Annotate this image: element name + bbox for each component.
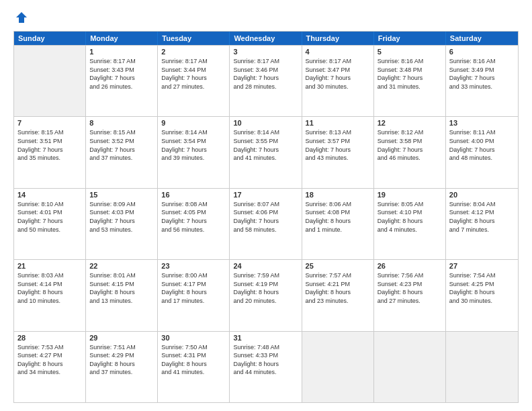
cell-info-line: Sunrise: 8:04 AM — [449, 200, 515, 209]
calendar-row-3: 14Sunrise: 8:10 AMSunset: 4:01 PMDayligh… — [14, 188, 518, 259]
header-day-monday: Monday — [86, 32, 158, 45]
cell-info-line: Sunset: 4:33 PM — [233, 351, 298, 360]
cell-info-line: Sunset: 4:06 PM — [233, 208, 298, 217]
day-number: 29 — [89, 334, 154, 342]
day-number: 31 — [233, 334, 298, 342]
day-number: 16 — [161, 191, 226, 199]
cell-info-line: Sunset: 4:12 PM — [449, 208, 515, 217]
day-cell-20: 20Sunrise: 8:04 AMSunset: 4:12 PMDayligh… — [446, 189, 518, 259]
cell-info-line: Sunset: 4:21 PM — [306, 280, 370, 289]
cell-info-line: Sunset: 3:49 PM — [449, 66, 515, 75]
calendar-row-2: 7Sunrise: 8:15 AMSunset: 3:51 PMDaylight… — [14, 116, 518, 187]
cell-info-line: Daylight: 7 hours — [17, 146, 82, 154]
day-number: 19 — [378, 191, 442, 199]
day-number: 27 — [449, 262, 515, 270]
day-number: 10 — [233, 119, 298, 127]
cell-info-line: Daylight: 8 hours — [378, 288, 442, 297]
day-number: 9 — [161, 119, 226, 127]
calendar-header: SundayMondayTuesdayWednesdayThursdayFrid… — [14, 32, 518, 45]
cell-info-line: and 27 minutes. — [161, 83, 226, 91]
cell-info-line: Daylight: 8 hours — [89, 288, 154, 297]
day-cell-19: 19Sunrise: 8:05 AMSunset: 4:10 PMDayligh… — [374, 189, 446, 259]
cell-info-line: Sunset: 4:14 PM — [17, 280, 82, 289]
header — [13, 11, 519, 26]
header-day-sunday: Sunday — [14, 32, 86, 45]
cell-info-line: Daylight: 7 hours — [306, 146, 370, 154]
calendar-body: 1Sunrise: 8:17 AMSunset: 3:43 PMDaylight… — [14, 45, 518, 402]
cell-info-line: Daylight: 7 hours — [161, 217, 226, 226]
empty-cell — [446, 332, 518, 402]
day-cell-4: 4Sunrise: 8:17 AMSunset: 3:47 PMDaylight… — [302, 46, 374, 116]
day-cell-26: 26Sunrise: 7:56 AMSunset: 4:23 PMDayligh… — [374, 260, 446, 330]
day-number: 11 — [306, 119, 370, 127]
cell-info-line: and 37 minutes. — [89, 154, 154, 163]
cell-info-line: and 43 minutes. — [306, 154, 370, 163]
day-number: 2 — [161, 48, 226, 56]
day-cell-22: 22Sunrise: 8:01 AMSunset: 4:15 PMDayligh… — [86, 260, 158, 330]
day-number: 12 — [378, 119, 442, 127]
cell-info-line: and 20 minutes. — [233, 297, 298, 306]
cell-info-line: and 50 minutes. — [17, 226, 82, 234]
cell-info-line: and 17 minutes. — [161, 297, 226, 306]
cell-info-line: Daylight: 8 hours — [17, 288, 82, 297]
cell-info-line: Daylight: 8 hours — [449, 288, 515, 297]
cell-info-line: Daylight: 8 hours — [306, 288, 370, 297]
day-cell-18: 18Sunrise: 8:06 AMSunset: 4:08 PMDayligh… — [302, 189, 374, 259]
day-cell-11: 11Sunrise: 8:13 AMSunset: 3:57 PMDayligh… — [302, 117, 374, 187]
day-cell-10: 10Sunrise: 8:14 AMSunset: 3:55 PMDayligh… — [230, 117, 302, 187]
cell-info-line: Sunrise: 7:50 AM — [161, 343, 226, 352]
cell-info-line: Sunrise: 8:11 AM — [449, 128, 515, 137]
day-cell-3: 3Sunrise: 8:17 AMSunset: 3:46 PMDaylight… — [230, 46, 302, 116]
cell-info-line: and 41 minutes. — [233, 154, 298, 163]
day-cell-8: 8Sunrise: 8:15 AMSunset: 3:52 PMDaylight… — [86, 117, 158, 187]
cell-info-line: and 48 minutes. — [449, 154, 515, 163]
cell-info-line: Daylight: 8 hours — [233, 360, 298, 369]
cell-info-line: Sunset: 3:52 PM — [89, 137, 154, 146]
day-cell-9: 9Sunrise: 8:14 AMSunset: 3:54 PMDaylight… — [158, 117, 230, 187]
cell-info-line: and 58 minutes. — [233, 226, 298, 234]
day-cell-30: 30Sunrise: 7:50 AMSunset: 4:31 PMDayligh… — [158, 332, 230, 402]
day-cell-31: 31Sunrise: 7:48 AMSunset: 4:33 PMDayligh… — [230, 332, 302, 402]
day-cell-16: 16Sunrise: 8:08 AMSunset: 4:05 PMDayligh… — [158, 189, 230, 259]
cell-info-line: Sunrise: 8:13 AM — [306, 128, 370, 137]
cell-info-line: Daylight: 7 hours — [89, 146, 154, 154]
cell-info-line: Sunset: 4:17 PM — [161, 280, 226, 289]
cell-info-line: Sunrise: 8:01 AM — [89, 271, 154, 280]
cell-info-line: Sunset: 3:47 PM — [306, 66, 370, 75]
cell-info-line: Daylight: 7 hours — [306, 74, 370, 83]
day-cell-29: 29Sunrise: 7:51 AMSunset: 4:29 PMDayligh… — [86, 332, 158, 402]
cell-info-line: and 23 minutes. — [306, 297, 370, 306]
cell-info-line: and 37 minutes. — [89, 368, 154, 377]
cell-info-line: Daylight: 7 hours — [17, 217, 82, 226]
header-day-thursday: Thursday — [302, 32, 374, 45]
cell-info-line: Sunset: 4:10 PM — [378, 208, 442, 217]
day-number: 8 — [89, 119, 154, 127]
cell-info-line: Sunrise: 8:08 AM — [161, 200, 226, 209]
day-cell-13: 13Sunrise: 8:11 AMSunset: 4:00 PMDayligh… — [446, 117, 518, 187]
svg-marker-0 — [16, 12, 27, 23]
day-number: 24 — [233, 262, 298, 270]
day-cell-5: 5Sunrise: 8:16 AMSunset: 3:48 PMDaylight… — [374, 46, 446, 116]
cell-info-line: Sunset: 3:43 PM — [89, 66, 154, 75]
day-cell-12: 12Sunrise: 8:12 AMSunset: 3:58 PMDayligh… — [374, 117, 446, 187]
day-number: 15 — [89, 191, 154, 199]
cell-info-line: Sunset: 3:48 PM — [378, 66, 442, 75]
day-number: 17 — [233, 191, 298, 199]
cell-info-line: Daylight: 8 hours — [17, 360, 82, 369]
cell-info-line: Sunrise: 8:16 AM — [449, 57, 515, 66]
cell-info-line: Sunrise: 8:16 AM — [378, 57, 442, 66]
day-number: 14 — [17, 191, 82, 199]
cell-info-line: and 27 minutes. — [378, 297, 442, 306]
cell-info-line: Daylight: 7 hours — [449, 74, 515, 83]
day-cell-17: 17Sunrise: 8:07 AMSunset: 4:06 PMDayligh… — [230, 189, 302, 259]
cell-info-line: Sunrise: 8:17 AM — [233, 57, 298, 66]
cell-info-line: and 46 minutes. — [378, 154, 442, 163]
cell-info-line: Sunrise: 7:53 AM — [17, 343, 82, 352]
cell-info-line: and 13 minutes. — [89, 297, 154, 306]
cell-info-line: Sunrise: 8:14 AM — [233, 128, 298, 137]
empty-cell — [14, 46, 86, 116]
day-cell-1: 1Sunrise: 8:17 AMSunset: 3:43 PMDaylight… — [86, 46, 158, 116]
calendar-row-5: 28Sunrise: 7:53 AMSunset: 4:27 PMDayligh… — [14, 331, 518, 402]
cell-info-line: Daylight: 7 hours — [161, 146, 226, 154]
cell-info-line: Sunrise: 7:57 AM — [306, 271, 370, 280]
